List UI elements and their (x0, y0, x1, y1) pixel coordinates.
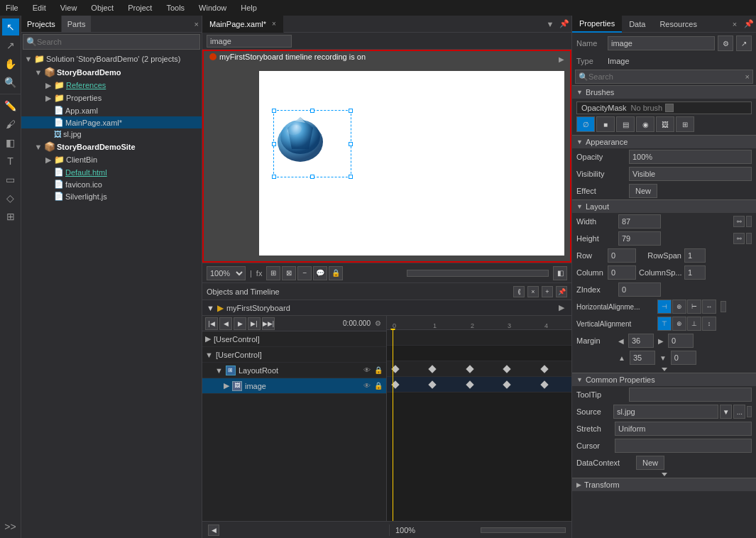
timeline-collapse[interactable]: ⟪ (513, 286, 525, 297)
horizontal-scrollbar[interactable] (407, 270, 549, 277)
layout-section-header[interactable]: ▼ Layout Layout (572, 199, 756, 213)
menu-help[interactable]: Help (238, 2, 260, 13)
common-section-header[interactable]: ▼ Common Properties (572, 373, 756, 386)
handle-tr[interactable] (349, 109, 353, 113)
tree-item-project2[interactable]: ▼ 📦 StoryBoardDemoSite (21, 140, 202, 153)
margin-top-input[interactable] (630, 351, 655, 365)
timeline-scrollbar[interactable] (481, 527, 566, 533)
timeline-pin[interactable]: 📌 (556, 286, 567, 297)
tool-pen[interactable]: ✏️ (2, 97, 19, 114)
valign-center[interactable]: ⊕ (672, 317, 686, 331)
tab-projects[interactable]: Projects (21, 16, 62, 32)
tool-zoom[interactable]: 🔍 (2, 74, 19, 91)
tool-snap[interactable]: ⊠ (282, 266, 296, 280)
cursor-select[interactable] (615, 439, 752, 453)
tab-parts[interactable]: Parts (62, 16, 92, 32)
tree-item-silverlightjs[interactable]: 📄 Silverlight.js (21, 190, 202, 202)
handle-br[interactable] (349, 175, 353, 179)
zindex-input[interactable]: 0 (618, 282, 661, 297)
tree-item-appxaml[interactable]: 📄 App.xaml (21, 104, 202, 116)
tree-item-references[interactable]: ▶ 📁 References (21, 79, 202, 92)
source-prop-btn[interactable] (747, 406, 752, 417)
tl-obj-image[interactable]: ▶ 🖼 image 👁 🔒 (202, 378, 386, 394)
kf-image-4[interactable] (540, 380, 548, 388)
play-play[interactable]: ▶ (234, 317, 246, 330)
menu-tools[interactable]: Tools (163, 2, 187, 13)
handle-tl[interactable] (272, 109, 276, 113)
tab-mainpage[interactable]: MainPage.xaml* × (202, 16, 284, 33)
rowspan-input[interactable]: 1 (684, 248, 706, 263)
width-input[interactable]: 87 (618, 214, 661, 229)
tab-data[interactable]: Data (622, 16, 652, 33)
panel-close[interactable]: × (195, 20, 199, 28)
halign-prop-btn[interactable] (721, 301, 726, 312)
tab-mainpage-close[interactable]: × (272, 20, 276, 28)
tab-resources[interactable]: Resources (652, 16, 704, 33)
tool-lock[interactable]: 🔒 (329, 266, 343, 280)
tab-properties[interactable]: Properties (572, 16, 622, 33)
halign-left[interactable]: ⊣ (657, 300, 672, 314)
height-prop-btn[interactable] (746, 233, 752, 244)
tree-item-mainpage[interactable]: 📄 MainPage.xaml* (21, 116, 202, 128)
tl-obj-layoutroot[interactable]: ▼ ⊞ LayoutRoot 👁 🔒 (202, 363, 386, 378)
tree-item-defaulthtml[interactable]: 📄 Default.html (21, 166, 202, 178)
right-panel-close[interactable]: × (728, 17, 742, 31)
tree-item-sljpg[interactable]: 🖼 sl.jpg (21, 128, 202, 140)
tool-minus[interactable]: − (297, 266, 312, 280)
transform-section-header[interactable]: ▶ Transform (572, 478, 756, 491)
menu-edit[interactable]: Edit (30, 2, 49, 13)
tool-asset[interactable]: ⊞ (2, 208, 19, 225)
source-browse-btn[interactable]: ... (733, 405, 745, 419)
source-dropdown[interactable]: ▼ (720, 405, 732, 419)
width-lock[interactable]: ⚯ (733, 216, 745, 227)
play-next[interactable]: ▶| (248, 317, 261, 330)
canvas-image-container[interactable] (273, 110, 351, 177)
tl-obj-userctrl2[interactable]: ▼ [UserControl] (202, 347, 386, 363)
element-name-input[interactable]: image (207, 35, 292, 48)
kf-layoutroot-3[interactable] (503, 365, 510, 373)
zoom-select[interactable]: 100% (207, 266, 246, 280)
name-extra-btn[interactable]: ↗ (736, 35, 752, 51)
canvas-container[interactable]: myFirstStoryboard timeline recording is … (202, 50, 571, 263)
tool-select[interactable]: ↖ (2, 18, 19, 35)
kf-image-3[interactable] (503, 380, 510, 388)
handle-tm[interactable] (310, 109, 314, 113)
play-start[interactable]: |◀ (205, 317, 218, 330)
height-lock[interactable]: ⚯ (733, 233, 745, 244)
tool-rectangle[interactable]: ▭ (2, 171, 19, 188)
handle-bm[interactable] (310, 175, 314, 179)
tool-speech[interactable]: 💬 (313, 266, 327, 280)
play-end[interactable]: ▶▶| (262, 317, 275, 330)
margin-right-input[interactable] (668, 334, 694, 348)
timeline-close[interactable]: × (527, 286, 539, 297)
kf-layoutroot-1[interactable] (428, 365, 436, 373)
datacontext-new-btn[interactable]: New (636, 456, 664, 470)
menu-window[interactable]: Window (196, 2, 229, 13)
kf-image-2[interactable] (466, 380, 473, 388)
tree-item-project1[interactable]: ▼ 📦 StoryBoardDemo (21, 65, 202, 79)
menu-file[interactable]: File (3, 2, 21, 13)
effect-new-btn[interactable]: New (629, 184, 657, 198)
halign-stretch[interactable]: ↔ (702, 300, 716, 314)
appearance-section-header[interactable]: ▼ Appearance (572, 135, 756, 148)
tool-fill[interactable]: ◧ (2, 134, 19, 151)
margin-bottom-input[interactable] (671, 351, 696, 365)
storyboard-play[interactable]: ▶ (556, 302, 567, 314)
timeline-add[interactable]: + (542, 286, 553, 297)
menu-view[interactable]: View (57, 2, 80, 13)
name-icon-btn[interactable]: ⚙ (718, 35, 733, 51)
tree-item-solution[interactable]: ▼ 📁 Solution 'StoryBoardDemo' (2 project… (21, 53, 202, 65)
brush-null-btn[interactable]: ∅ (576, 116, 595, 132)
tool-brush[interactable]: 🖌 (2, 116, 19, 133)
menu-object[interactable]: Object (88, 2, 116, 13)
height-input[interactable]: 79 (618, 231, 661, 246)
tree-item-favicon[interactable]: 📄 favicon.ico (21, 178, 202, 190)
tool-grid[interactable]: ⊞ (266, 266, 280, 280)
valign-stretch[interactable]: ↕ (702, 317, 716, 331)
stretch-select[interactable]: Uniform (615, 422, 752, 436)
tool-text[interactable]: T (2, 153, 19, 170)
brush-image-btn[interactable]: 🖼 (656, 116, 674, 132)
opacity-input[interactable]: 100% (629, 150, 752, 164)
time-settings[interactable]: ⚙ (372, 318, 383, 329)
right-panel-pin[interactable]: 📌 (742, 17, 756, 31)
